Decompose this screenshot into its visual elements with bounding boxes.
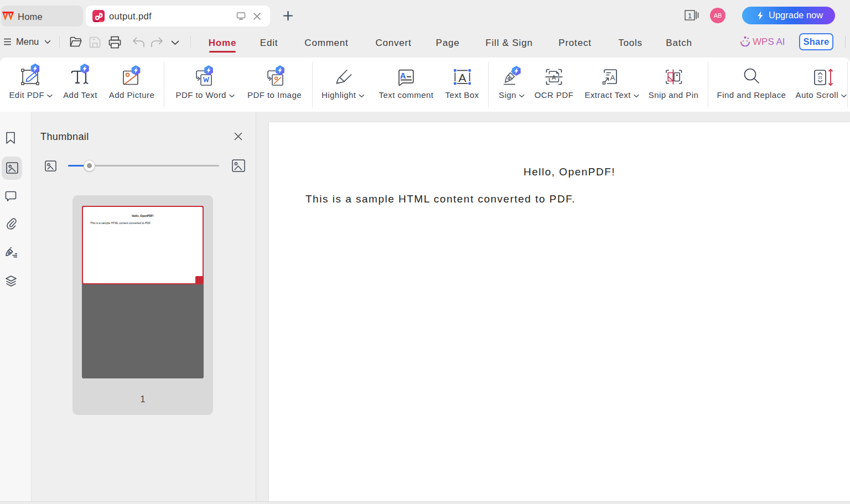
svg-text:A: A <box>458 71 466 84</box>
svg-text:1: 1 <box>688 12 692 20</box>
svg-text:A: A <box>400 71 406 80</box>
svg-text:A: A <box>610 74 615 82</box>
